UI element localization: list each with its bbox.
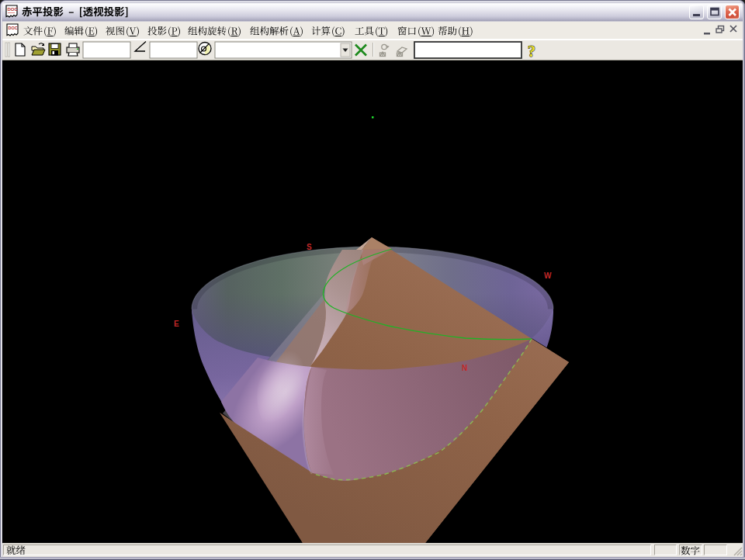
svg-text:E: E (174, 320, 179, 328)
svg-text:W: W (544, 271, 552, 280)
svg-text:S: S (307, 243, 312, 251)
svg-text:N: N (462, 364, 467, 372)
svg-text:?: ? (528, 43, 535, 60)
